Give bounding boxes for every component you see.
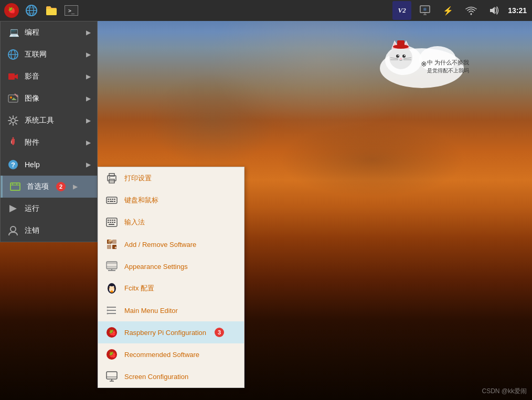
file-manager-button[interactable] xyxy=(42,1,61,20)
keyboard-icon xyxy=(104,193,119,208)
svg-rect-87 xyxy=(107,262,117,264)
submenu-keyboard-label: 键盘和鼠标 xyxy=(124,196,158,205)
svg-rect-75 xyxy=(108,222,109,223)
rpi-menu-button[interactable]: 🍓 xyxy=(2,1,21,20)
submenu-screen-label: Screen Configuration xyxy=(124,373,188,381)
menu-label-internet: 互联网 xyxy=(25,50,47,59)
submenu-rpiconfig[interactable]: 🍓 Raspberry Pi Configuration 3 xyxy=(98,321,244,343)
rpiconfig-badge: 3 xyxy=(215,328,224,337)
svg-rect-79 xyxy=(109,224,114,225)
rpi-logo-icon: 🍓 xyxy=(4,3,19,18)
print-icon xyxy=(104,171,119,186)
volume-icon xyxy=(488,6,500,15)
globe-icon xyxy=(25,4,38,17)
submenu-recommended[interactable]: 🍓 Recommended Software xyxy=(98,343,244,365)
menu-item-preferences[interactable]: 首选项 2 ▶ xyxy=(1,176,97,198)
svg-rect-64 xyxy=(110,199,111,200)
cat-sticker: 中 为什么不换我 是觉得配不上我吗 ※ xyxy=(375,29,469,92)
submenu-fcitx[interactable]: Fcitx 配置 xyxy=(98,277,244,299)
menu-item-accessories[interactable]: 附件 ▶ xyxy=(1,132,97,154)
svg-marker-43 xyxy=(15,74,18,79)
wifi-icon xyxy=(465,6,477,15)
svg-point-57 xyxy=(10,226,16,232)
svg-point-97 xyxy=(109,286,115,290)
svg-rect-72 xyxy=(110,220,111,221)
menu-item-image[interactable]: 图像 ▶ xyxy=(1,88,97,110)
svg-rect-81 xyxy=(112,240,116,244)
arrow-programming: ▶ xyxy=(86,29,91,36)
submenu-mainmenu-label: Main Menu Editor xyxy=(124,307,178,315)
submenu-fcitx-label: Fcitx 配置 xyxy=(124,284,154,293)
terminal-icon: >_ xyxy=(65,5,78,16)
internet-icon xyxy=(7,48,19,61)
menu-item-internet[interactable]: 互联网 ▶ xyxy=(1,44,97,66)
submenu-print-label: 打印设置 xyxy=(124,174,152,183)
recommended-icon: 🍓 xyxy=(104,347,119,362)
svg-point-13 xyxy=(471,14,472,15)
submenu-appearance[interactable]: Appearance Settings xyxy=(98,255,244,277)
svg-text:💻: 💻 xyxy=(9,27,19,37)
svg-rect-62 xyxy=(107,197,117,203)
preferences-badge: 2 xyxy=(56,182,66,191)
menu-label-accessories: 附件 xyxy=(25,138,39,147)
vnc-icon[interactable]: V2 xyxy=(392,1,411,20)
submenu-software-label: Add / Remove Software xyxy=(124,241,196,248)
svg-rect-108 xyxy=(107,372,117,379)
bluetooth-button[interactable]: ⚡ xyxy=(439,1,457,20)
menu-label-video: 影音 xyxy=(25,72,39,81)
svg-rect-67 xyxy=(108,201,109,202)
submenu-print[interactable]: 打印设置 xyxy=(98,167,244,189)
svg-text:🍓: 🍓 xyxy=(109,351,116,359)
menu-editor-icon xyxy=(104,303,119,318)
programming-icon: 💻 xyxy=(7,26,19,39)
svg-point-18 xyxy=(389,46,412,69)
software-icon: + 📦 xyxy=(104,237,119,252)
svg-text:📦: 📦 xyxy=(108,239,113,244)
menu-item-run[interactable]: 运行 xyxy=(1,198,97,220)
volume-button[interactable] xyxy=(485,1,504,20)
vnc-label: V2 xyxy=(398,6,406,15)
arrow-internet: ▶ xyxy=(86,51,91,58)
main-menu: 💻 编程 ▶ 互联网 ▶ 影音 ▶ xyxy=(0,21,98,242)
menu-label-logout: 注销 xyxy=(25,226,39,235)
svg-rect-77 xyxy=(112,222,113,223)
input-method-icon xyxy=(104,215,119,230)
submenu-appearance-label: Appearance Settings xyxy=(124,263,188,271)
submenu-keyboard[interactable]: 键盘和鼠标 xyxy=(98,189,244,211)
menu-label-system: 系统工具 xyxy=(25,116,54,125)
svg-point-103 xyxy=(107,313,109,315)
submenu-input[interactable]: 输入法 xyxy=(98,211,244,233)
menu-label-help: Help xyxy=(25,160,40,169)
submenu-mainmenu[interactable]: Main Menu Editor xyxy=(98,299,244,321)
submenu-screen[interactable]: Screen Configuration xyxy=(98,365,244,387)
menu-item-system[interactable]: 系统工具 ▶ xyxy=(1,110,97,132)
folder-icon xyxy=(45,5,58,16)
wifi-button[interactable] xyxy=(462,1,481,20)
menu-label-programming: 编程 xyxy=(25,28,39,37)
menu-item-help[interactable]: ? Help ▶ xyxy=(1,154,97,176)
svg-text:🍓: 🍓 xyxy=(8,6,16,14)
svg-text:是觉得配不上我吗: 是觉得配不上我吗 xyxy=(427,68,469,73)
watermark: CSDN @kk爱闹 xyxy=(482,387,527,396)
menu-item-programming[interactable]: 💻 编程 ▶ xyxy=(1,21,97,44)
svg-rect-68 xyxy=(110,201,113,202)
svg-rect-65 xyxy=(112,199,113,200)
arrow-accessories: ▶ xyxy=(86,139,91,146)
svg-rect-63 xyxy=(108,199,109,200)
browser-button[interactable] xyxy=(22,1,41,20)
svg-point-49 xyxy=(13,137,14,139)
svg-text:⊞: ⊞ xyxy=(423,7,427,11)
submenu-input-label: 输入法 xyxy=(124,218,145,227)
menu-item-logout[interactable]: 注销 xyxy=(1,220,97,242)
menu-item-video[interactable]: 影音 ▶ xyxy=(1,66,97,88)
network-manager-icon[interactable]: ⊞ xyxy=(416,1,434,20)
svg-text:🍓: 🍓 xyxy=(109,329,116,337)
submenu-software[interactable]: + 📦 Add / Remove Software xyxy=(98,233,244,255)
clock-display: 13:21 xyxy=(508,6,527,15)
svg-point-101 xyxy=(107,307,109,308)
accessories-icon xyxy=(7,136,19,149)
svg-point-96 xyxy=(110,290,113,293)
submenu-rpiconfig-label: Raspberry Pi Configuration xyxy=(124,329,206,337)
menu-label-run: 运行 xyxy=(25,204,39,213)
terminal-button[interactable]: >_ xyxy=(62,1,81,20)
